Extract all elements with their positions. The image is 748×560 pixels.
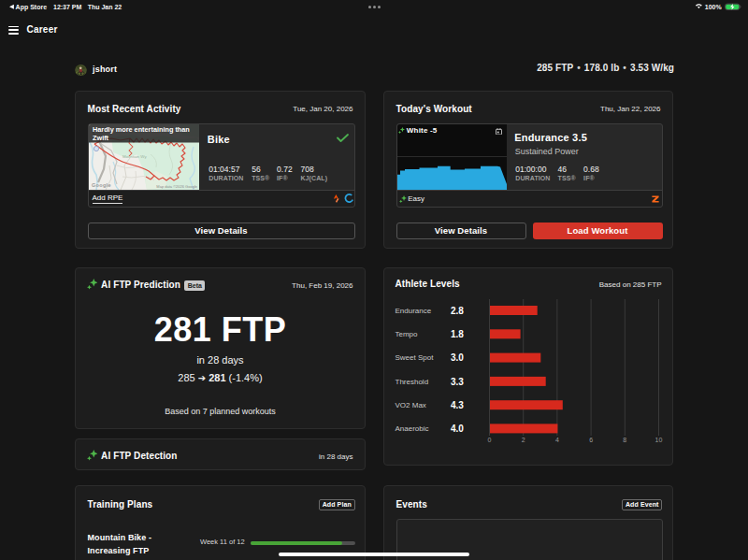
svg-text:12:37 PM: 12:37 PM (53, 4, 82, 10)
svg-text:100%: 100% (705, 4, 723, 10)
svg-text:App Store: App Store (16, 4, 48, 11)
svg-text:2: 2 (522, 437, 525, 443)
svg-text:Tempo: Tempo (396, 330, 419, 338)
svg-text:Thu Jan 22: Thu Jan 22 (88, 4, 122, 10)
svg-text:Anaerobic: Anaerobic (396, 424, 429, 433)
svg-text:Map data ©2026 Google: Map data ©2026 Google (156, 184, 197, 189)
svg-text:VO2 Max: VO2 Max (396, 401, 426, 409)
svg-text:3.3: 3.3 (451, 377, 464, 387)
svg-text:6: 6 (589, 437, 593, 443)
svg-text:Athlete Levels: Athlete Levels (396, 279, 461, 289)
svg-text:Based on 285 FTP: Based on 285 FTP (599, 280, 662, 289)
svg-text:3.0: 3.0 (451, 352, 464, 363)
svg-text:Endurance: Endurance (396, 307, 432, 315)
svg-text:Zwift: Zwift (93, 134, 109, 142)
svg-text:Sweet Spot: Sweet Spot (396, 353, 435, 362)
svg-text:Google: Google (92, 182, 111, 188)
svg-text:10: 10 (655, 437, 663, 443)
svg-text:4: 4 (555, 437, 559, 443)
svg-text:4.0: 4.0 (451, 424, 464, 434)
svg-text:0: 0 (488, 437, 492, 443)
svg-text:8: 8 (623, 437, 626, 443)
svg-text:Mountain Wy: Mountain Wy (122, 154, 147, 159)
svg-text:4.3: 4.3 (451, 400, 464, 410)
svg-text:Threshold: Threshold (396, 378, 429, 386)
svg-text:1.8: 1.8 (451, 329, 464, 339)
svg-text:2.8: 2.8 (451, 306, 464, 316)
